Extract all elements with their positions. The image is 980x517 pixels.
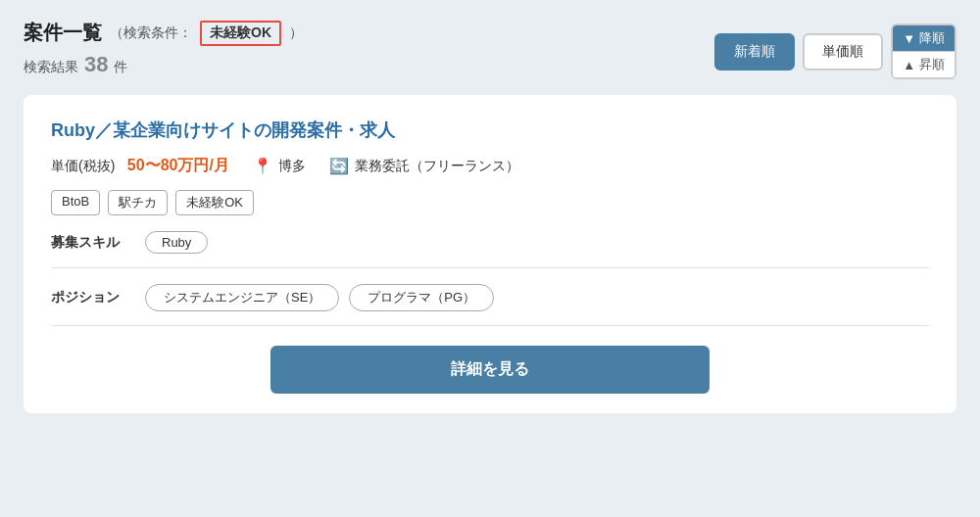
sort-controls: 新着順 単価順 ▼ 降順 ▲ 昇順 bbox=[714, 24, 956, 79]
result-count-suffix: 件 bbox=[114, 59, 127, 74]
result-count-row: 検索結果 38 件 bbox=[24, 52, 303, 77]
search-condition-badge: 未経験OK bbox=[200, 21, 281, 46]
result-count-prefix: 検索結果 bbox=[24, 59, 78, 74]
sort-desc-arrow-icon: ▼ bbox=[903, 31, 915, 46]
contract-icon: 🔄 bbox=[329, 157, 349, 175]
position-badges: システムエンジニア（SE） プログラマ（PG） bbox=[145, 284, 494, 311]
search-condition-suffix: ） bbox=[289, 24, 303, 42]
page-title-row: 案件一覧 （検索条件： 未経験OK ） bbox=[24, 20, 303, 46]
tag-station: 駅チカ bbox=[108, 190, 168, 215]
detail-button[interactable]: 詳細を見る bbox=[270, 346, 710, 394]
job-card: Ruby／某企業向けサイトの開発案件・求人 単価(税抜) 50〜80万円/月 📍… bbox=[24, 95, 956, 413]
page-title: 案件一覧 bbox=[24, 20, 102, 46]
sort-desc-label: 降順 bbox=[919, 29, 945, 47]
skills-row: 募集スキル Ruby bbox=[51, 231, 929, 268]
tag-inexperienced: 未経験OK bbox=[175, 190, 254, 215]
contract-item: 🔄 業務委託（フリーランス） bbox=[329, 157, 519, 175]
page-header: 案件一覧 （検索条件： 未経験OK ） 検索結果 38 件 新着順 単価順 ▼ … bbox=[24, 20, 956, 79]
location-icon: 📍 bbox=[253, 157, 272, 175]
card-meta-row: 単価(税抜) 50〜80万円/月 📍 博多 🔄 業務委託（フリーランス） bbox=[51, 156, 929, 176]
sort-new-button[interactable]: 新着順 bbox=[714, 33, 795, 70]
result-count: 38 bbox=[84, 52, 108, 76]
position-se: システムエンジニア（SE） bbox=[145, 284, 339, 311]
price-section: 単価(税抜) 50〜80万円/月 bbox=[51, 156, 229, 176]
card-title: Ruby／某企業向けサイトの開発案件・求人 bbox=[51, 118, 929, 142]
tag-btob: BtoB bbox=[51, 190, 100, 215]
sort-asc-button[interactable]: ▲ 昇順 bbox=[893, 52, 955, 77]
position-pg: プログラマ（PG） bbox=[349, 284, 494, 311]
skills-label: 募集スキル bbox=[51, 234, 129, 252]
sort-asc-label: 昇順 bbox=[919, 56, 945, 73]
positions-label: ポジション bbox=[51, 289, 129, 306]
sort-direction-control: ▼ 降順 ▲ 昇順 bbox=[891, 24, 956, 79]
contract-text: 業務委託（フリーランス） bbox=[355, 158, 519, 175]
tags-row: BtoB 駅チカ 未経験OK bbox=[51, 190, 929, 215]
sort-desc-button[interactable]: ▼ 降順 bbox=[893, 25, 955, 52]
sort-asc-arrow-icon: ▲ bbox=[903, 58, 915, 72]
header-left: 案件一覧 （検索条件： 未経験OK ） 検索結果 38 件 bbox=[24, 20, 303, 77]
price-label: 単価(税抜) bbox=[51, 158, 115, 173]
location-text: 博多 bbox=[278, 158, 306, 175]
skill-ruby: Ruby bbox=[145, 231, 208, 254]
sort-price-button[interactable]: 単価順 bbox=[803, 33, 883, 70]
location-item: 📍 博多 bbox=[253, 157, 306, 175]
search-condition-prefix: （検索条件： bbox=[110, 24, 192, 42]
positions-row: ポジション システムエンジニア（SE） プログラマ（PG） bbox=[51, 284, 929, 326]
price-value: 50〜80万円/月 bbox=[127, 157, 229, 173]
